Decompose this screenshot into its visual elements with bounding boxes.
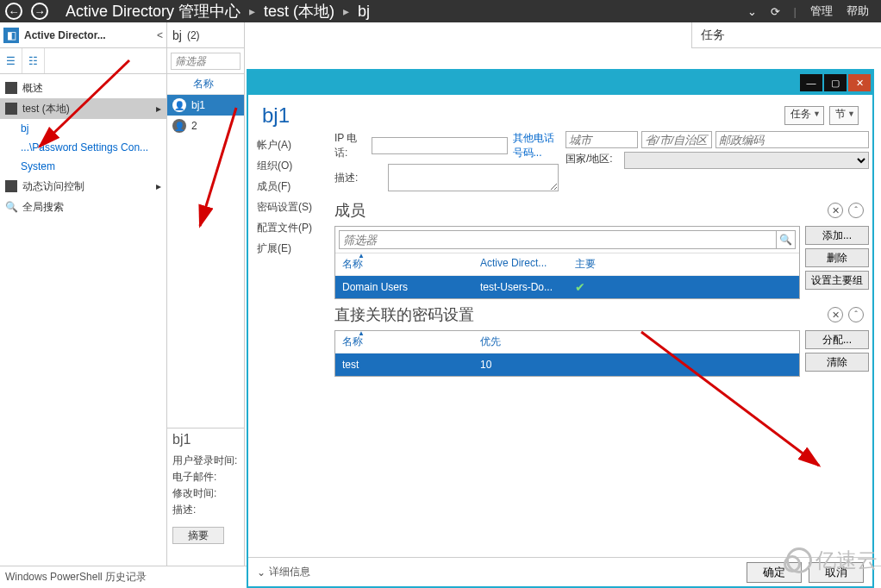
preview-pane: bj1 用户登录时间: 电子邮件: 修改时间: 描述: 摘要 — [167, 428, 244, 566]
close-section-icon[interactable]: ✕ — [828, 203, 843, 218]
nav-member[interactable]: 成员(F) — [248, 176, 331, 197]
object-list-panel: bj (2) 名称 👤 bj1 👤 2 bj1 用户登录时间: 电子邮件: 修改… — [167, 22, 245, 566]
nav-profile[interactable]: 配置文件(P) — [248, 217, 331, 238]
list-title: bj — [172, 28, 182, 42]
search-icon[interactable]: 🔍 — [777, 230, 796, 249]
tree-link-pwd-settings[interactable]: ...\Password Settings Con... — [21, 138, 166, 157]
app-icon: ◧ — [3, 28, 19, 43]
nav-back-button[interactable]: ← — [2, 1, 26, 22]
assign-button[interactable]: 分配... — [805, 330, 869, 349]
nav-account[interactable]: 帐户(A) — [248, 134, 331, 155]
province-input[interactable] — [641, 131, 712, 148]
list-filter-input[interactable] — [171, 53, 241, 70]
close-button[interactable]: ✕ — [848, 74, 871, 91]
country-label: 国家/地区: — [565, 152, 621, 169]
search-icon: 🔍 — [5, 201, 17, 213]
country-select[interactable] — [624, 152, 869, 169]
divider: | — [794, 5, 797, 18]
user-icon: 👤 — [172, 119, 186, 133]
crumb-1[interactable]: test (本地) — [264, 1, 334, 22]
section-nav: 帐户(A) 组织(O) 成员(F) 密码设置(S) 配置文件(P) 扩展(E) — [248, 131, 331, 557]
col-ad[interactable]: Active Direct... — [480, 257, 575, 272]
members-filter-input[interactable] — [339, 230, 777, 249]
watermark-icon — [786, 547, 812, 573]
sidebar-title: Active Director... — [24, 29, 152, 41]
desc-textarea[interactable] — [388, 164, 559, 191]
city-input[interactable] — [565, 131, 638, 148]
tree-domain-node[interactable]: test (本地) ▸ — [0, 98, 166, 119]
chevron-right-icon: ▸ — [249, 4, 255, 18]
nav-password[interactable]: 密码设置(S) — [248, 197, 331, 217]
tree-view-icon[interactable]: ☷ — [22, 48, 45, 73]
table-row[interactable]: test 10 — [335, 353, 799, 376]
node-icon — [5, 82, 17, 94]
tasks-dropdown[interactable]: 任务 — [784, 106, 824, 125]
table-row[interactable]: Domain Users test-Users-Do... ✔ — [335, 276, 799, 298]
section-dropdown[interactable]: 节 — [829, 106, 859, 125]
pwd-table: 名称 优先 test 10 — [334, 330, 800, 377]
minimize-button[interactable]: — — [800, 74, 822, 91]
tree-overview[interactable]: 概述 — [0, 78, 166, 98]
other-phone-link[interactable]: 其他电话号码... — [513, 131, 559, 160]
crumb-2[interactable]: bj — [358, 3, 370, 21]
watermark: 亿速云 — [786, 547, 878, 574]
ip-phone-label: IP 电话: — [334, 131, 366, 160]
list-view-icon[interactable]: ☰ — [0, 48, 22, 73]
list-count: (2) — [187, 29, 200, 41]
col-main[interactable]: 主要 — [575, 257, 627, 272]
app-title: Active Directory 管理中心 — [66, 1, 241, 22]
chevron-right-icon: ▸ — [343, 4, 349, 18]
details-expander[interactable]: ⌄ 详细信息 — [257, 565, 310, 579]
collapse-icon[interactable]: < — [157, 29, 163, 41]
summary-button[interactable]: 摘要 — [172, 527, 224, 544]
list-item[interactable]: 👤 2 — [167, 116, 244, 136]
collapse-section-icon[interactable]: ˆ — [848, 307, 864, 322]
check-icon: ✔ — [575, 280, 627, 294]
manage-link[interactable]: 管理 — [810, 3, 833, 19]
title-bar: ← → Active Directory 管理中心 ▸ test (本地) ▸ … — [0, 0, 881, 22]
col-name[interactable]: 名称 — [342, 257, 480, 272]
chevron-down-icon[interactable]: ⌄ — [747, 5, 757, 18]
node-icon — [5, 103, 17, 115]
postal-input[interactable] — [715, 131, 869, 148]
dialog-title: bj1 — [262, 103, 779, 128]
nav-extensions[interactable]: 扩展(E) — [248, 238, 331, 259]
desc-label: 描述: — [334, 171, 383, 185]
maximize-button[interactable]: ▢ — [824, 74, 847, 91]
collapse-section-icon[interactable]: ˆ — [848, 203, 864, 218]
close-section-icon[interactable]: ✕ — [828, 307, 843, 322]
members-table: 🔍 名称 Active Direct... 主要 Domain Users te… — [334, 226, 800, 299]
section-pwd-title: 直接关联的密码设置 — [334, 304, 822, 325]
preview-title: bj1 — [172, 432, 239, 447]
node-icon — [5, 180, 17, 192]
nav-forward-button[interactable]: → — [28, 1, 52, 22]
col-name[interactable]: 名称 — [342, 335, 480, 349]
tree-dynamic-access[interactable]: 动态访问控制 ▸ — [0, 176, 166, 197]
nav-org[interactable]: 组织(O) — [248, 155, 331, 176]
list-item[interactable]: 👤 bj1 — [167, 95, 244, 116]
breadcrumb: Active Directory 管理中心 ▸ test (本地) ▸ bj — [66, 1, 370, 22]
ip-phone-input[interactable] — [372, 137, 508, 154]
help-link[interactable]: 帮助 — [847, 3, 869, 19]
chevron-down-icon: ⌄ — [257, 566, 266, 579]
properties-dialog: — ▢ ✕ bj1 任务 节 帐户(A) 组织(O) 成员(F) 密码设置(S)… — [247, 69, 874, 588]
user-icon: 👤 — [172, 98, 186, 112]
chevron-right-icon[interactable]: ▸ — [156, 103, 161, 115]
tree-link-system[interactable]: System — [21, 157, 166, 176]
nav-sidebar: ◧ Active Director... < ☰ ☷ 概述 test (本地) … — [0, 22, 167, 566]
section-members-title: 成员 — [334, 200, 822, 221]
tasks-panel-header[interactable]: 任务 — [691, 22, 881, 48]
clear-button[interactable]: 清除 — [805, 353, 869, 372]
col-name-header[interactable]: 名称 — [193, 77, 214, 91]
set-main-group-button[interactable]: 设置主要组 — [805, 271, 869, 290]
delete-button[interactable]: 删除 — [805, 248, 869, 267]
dialog-titlebar: — ▢ ✕ — [248, 71, 872, 95]
tree-global-search[interactable]: 🔍 全局搜索 — [0, 197, 166, 217]
col-priority[interactable]: 优先 — [480, 335, 575, 349]
add-button[interactable]: 添加... — [805, 226, 869, 245]
refresh-icon[interactable]: ⟳ — [771, 5, 780, 18]
tree-link-bj[interactable]: bj — [21, 119, 166, 138]
chevron-right-icon[interactable]: ▸ — [156, 180, 161, 192]
